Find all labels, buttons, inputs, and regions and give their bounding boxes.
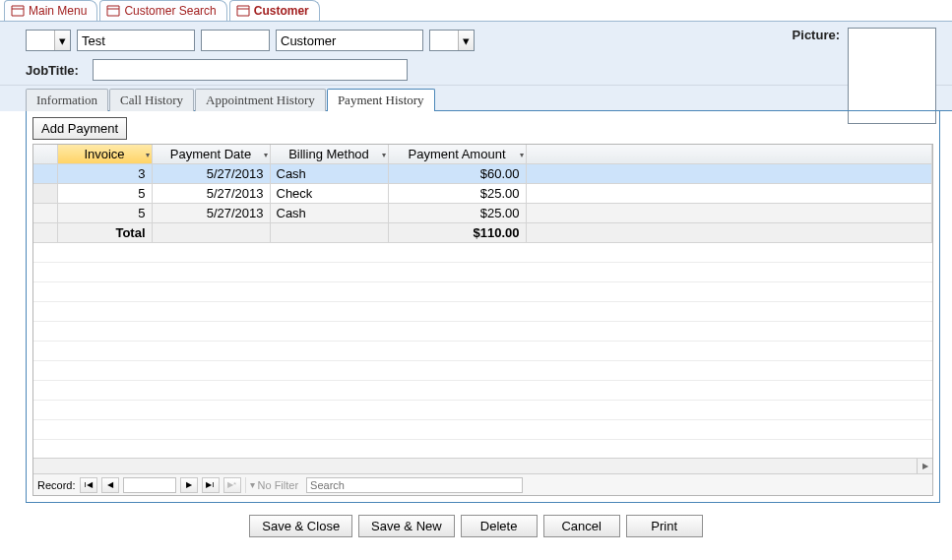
form-icon	[11, 4, 25, 18]
cell-amount[interactable]: $25.00	[388, 204, 526, 223]
add-payment-button[interactable]: Add Payment	[32, 117, 127, 140]
table-total-row: Total $110.00	[33, 223, 932, 243]
suffix-input[interactable]	[430, 31, 458, 50]
total-amount: $110.00	[388, 223, 526, 243]
row-selector[interactable]	[33, 204, 57, 223]
nav-position-input[interactable]	[123, 477, 176, 493]
save-new-button[interactable]: Save & New	[358, 515, 455, 537]
cell-invoice[interactable]: 5	[57, 184, 152, 204]
last-name-field[interactable]	[276, 30, 423, 51]
col-spacer	[526, 145, 932, 164]
row-selector[interactable]	[33, 164, 57, 184]
middle-name-field[interactable]	[201, 30, 270, 51]
job-title-field[interactable]	[93, 59, 408, 81]
payment-history-panel: Add Payment Invoice▾ Payment Date▾ Billi…	[26, 111, 940, 503]
window-tab-customer-search[interactable]: Customer Search	[99, 0, 226, 21]
title-combo[interactable]: ▾	[26, 30, 71, 51]
print-button[interactable]: Print	[626, 515, 703, 537]
cell-amount[interactable]: $60.00	[388, 164, 526, 184]
cell-date[interactable]: 5/27/2013	[152, 204, 270, 223]
form-icon	[236, 4, 250, 18]
scroll-right-icon[interactable]: ▶	[917, 459, 932, 473]
window-tab-customer[interactable]: Customer	[229, 0, 320, 21]
col-billing-method[interactable]: Billing Method▾	[270, 145, 388, 164]
tab-call-history[interactable]: Call History	[109, 89, 194, 111]
cell-date[interactable]: 5/27/2013	[152, 184, 270, 204]
table-row[interactable]: 5 5/27/2013 Check $25.00	[33, 184, 932, 204]
col-invoice[interactable]: Invoice▾	[57, 145, 152, 164]
cell-amount[interactable]: $25.00	[388, 184, 526, 204]
record-label: Record:	[37, 479, 76, 491]
dropdown-icon[interactable]: ▾	[458, 31, 474, 50]
table-row[interactable]: 5 5/27/2013 Cash $25.00	[33, 204, 932, 223]
customer-form-header: ▾ ▾ JobTitle: Picture:	[0, 22, 952, 86]
table-row[interactable]: 3 5/27/2013 Cash $60.00	[33, 164, 932, 184]
horizontal-scrollbar[interactable]: ▶	[33, 458, 932, 473]
title-input[interactable]	[27, 31, 54, 50]
save-close-button[interactable]: Save & Close	[249, 515, 352, 537]
nav-last-button[interactable]: ▶I	[202, 477, 220, 493]
window-tab-label: Customer	[254, 4, 309, 18]
record-navigator: Record: I◀ ◀ ▶ ▶I ▶* ▾ No Filter	[33, 473, 932, 495]
window-tab-label: Main Menu	[29, 4, 87, 18]
cell-invoice[interactable]: 3	[57, 164, 152, 184]
tab-information[interactable]: Information	[26, 89, 108, 111]
payment-grid: Invoice▾ Payment Date▾ Billing Method▾ P…	[32, 144, 933, 496]
suffix-combo[interactable]: ▾	[429, 30, 475, 51]
filter-indicator[interactable]: ▾ No Filter	[245, 477, 303, 493]
cell-invoice[interactable]: 5	[57, 204, 152, 223]
funnel-icon: ▾	[250, 479, 255, 490]
cell-method[interactable]: Cash	[270, 164, 388, 184]
job-title-label: JobTitle:	[26, 63, 79, 78]
col-payment-amount[interactable]: Payment Amount▾	[388, 145, 526, 164]
dropdown-icon[interactable]: ▾	[54, 31, 70, 50]
tab-payment-history[interactable]: Payment History	[327, 89, 435, 111]
first-name-field[interactable]	[77, 30, 195, 51]
nav-prev-button[interactable]: ◀	[101, 477, 119, 493]
form-icon	[106, 4, 120, 18]
select-all-cell[interactable]	[33, 145, 57, 164]
row-selector	[33, 223, 57, 243]
cell-method[interactable]: Cash	[270, 204, 388, 223]
window-tab-main-menu[interactable]: Main Menu	[4, 0, 97, 21]
chevron-down-icon[interactable]: ▾	[382, 150, 386, 158]
chevron-down-icon[interactable]: ▾	[264, 150, 268, 158]
window-tab-bar: Main Menu Customer Search Customer	[0, 0, 952, 22]
cell-date[interactable]: 5/27/2013	[152, 164, 270, 184]
delete-button[interactable]: Delete	[461, 515, 538, 537]
col-payment-date[interactable]: Payment Date▾	[152, 145, 270, 164]
row-selector[interactable]	[33, 184, 57, 204]
chevron-down-icon[interactable]: ▾	[520, 150, 524, 158]
total-label: Total	[57, 223, 152, 243]
nav-first-button[interactable]: I◀	[80, 477, 97, 493]
nav-new-button[interactable]: ▶*	[223, 477, 241, 493]
window-tab-label: Customer Search	[124, 4, 216, 18]
tab-appointment-history[interactable]: Appointment History	[195, 89, 326, 111]
grid-empty-area	[33, 243, 932, 458]
cancel-button[interactable]: Cancel	[543, 515, 620, 537]
detail-tab-bar: Information Call History Appointment His…	[26, 86, 940, 111]
cell-method[interactable]: Check	[270, 184, 388, 204]
action-bar: Save & Close Save & New Delete Cancel Pr…	[0, 507, 952, 547]
filter-label: No Filter	[258, 479, 299, 491]
nav-next-button[interactable]: ▶	[180, 477, 198, 493]
grid-header-row: Invoice▾ Payment Date▾ Billing Method▾ P…	[33, 145, 932, 164]
nav-search-input[interactable]	[306, 477, 523, 493]
chevron-down-icon[interactable]: ▾	[146, 150, 150, 158]
